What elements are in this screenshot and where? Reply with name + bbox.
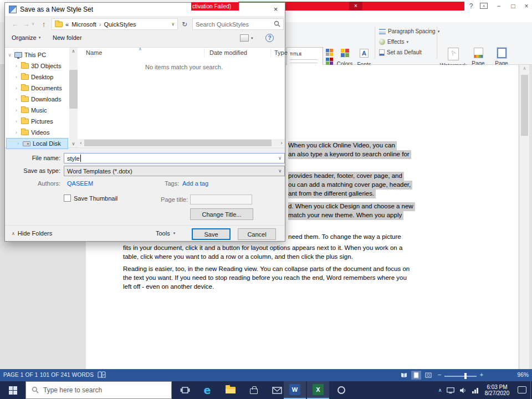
- file-name-input[interactable]: style ∨: [64, 153, 285, 163]
- cancel-button[interactable]: Cancel: [238, 228, 276, 240]
- action-center-icon[interactable]: [518, 386, 526, 393]
- change-view-button[interactable]: ▾: [240, 34, 253, 42]
- expander-icon[interactable]: ›: [14, 130, 19, 135]
- up-button[interactable]: ↑: [38, 19, 49, 30]
- zoom-slider-thumb[interactable]: [464, 373, 467, 379]
- zoom-level[interactable]: 96%: [511, 372, 529, 378]
- read-mode-button[interactable]: [399, 371, 409, 380]
- tray-network-icon[interactable]: [470, 381, 480, 399]
- expander-icon[interactable]: ›: [16, 141, 21, 146]
- tray-volume-icon[interactable]: [458, 381, 468, 399]
- zoom-slider-track[interactable]: [444, 376, 477, 377]
- column-header-type[interactable]: Type: [274, 49, 288, 56]
- history-dropdown-icon[interactable]: ∨: [32, 22, 34, 26]
- save-thumbnail-checkbox[interactable]: [64, 195, 71, 202]
- save-button[interactable]: Save: [192, 228, 231, 240]
- tray-display-icon[interactable]: [446, 381, 456, 399]
- file-name-dropdown-icon[interactable]: ∨: [278, 156, 282, 161]
- search-box[interactable]: Search QuickStyles: [192, 18, 284, 30]
- tray-show-hidden-icons[interactable]: ∧: [436, 381, 444, 399]
- sidebar-item-pictures[interactable]: › Pictures: [5, 116, 69, 127]
- change-title-button[interactable]: Change Title...: [190, 208, 253, 220]
- expander-icon[interactable]: ›: [14, 74, 19, 80]
- word-maximize-button[interactable]: □: [508, 2, 519, 11]
- banner-close-button[interactable]: ×: [349, 2, 362, 11]
- sidebar-item-music[interactable]: › Music: [5, 105, 69, 116]
- web-layout-button[interactable]: [423, 371, 433, 380]
- sidebar-item-local-disk[interactable]: › Local Disk: [6, 138, 68, 149]
- taskbar-edge-button[interactable]: e: [196, 381, 218, 399]
- status-word-count[interactable]: 101 OF 241 WORDS: [40, 372, 94, 378]
- scroll-left-icon[interactable]: ‹: [78, 139, 84, 147]
- scrollbar-thumb[interactable]: [69, 70, 78, 109]
- effects-button[interactable]: Effects ▾: [379, 37, 439, 47]
- task-view-button[interactable]: [174, 381, 196, 399]
- breadcrumb[interactable]: « Microsoft › QuickStyles ∨: [52, 18, 178, 30]
- search-icon[interactable]: [274, 21, 280, 28]
- sidebar-scrollbar[interactable]: ∧ ∨: [69, 48, 78, 147]
- organize-button[interactable]: Organize ▾: [12, 34, 40, 41]
- expander-icon[interactable]: ∨: [7, 52, 12, 58]
- taskbar-app-button[interactable]: [330, 381, 352, 399]
- sidebar-item-3d-objects[interactable]: › 3D Objects: [5, 60, 69, 71]
- ribbon-display-options-icon[interactable]: ∧: [480, 3, 488, 9]
- taskbar-word-button[interactable]: W: [284, 381, 306, 399]
- column-header-date-modified[interactable]: Date modified: [209, 49, 247, 56]
- hide-folders-button[interactable]: ∧ Hide Folders: [12, 230, 52, 237]
- dialog-close-button[interactable]: ×: [267, 3, 285, 16]
- page-title-input[interactable]: [190, 195, 252, 204]
- breadcrumb-item-quickstyles[interactable]: QuickStyles: [104, 21, 136, 28]
- forward-button[interactable]: →: [21, 19, 32, 30]
- scroll-right-icon[interactable]: ›: [278, 139, 285, 147]
- scrollbar-thumb[interactable]: [84, 140, 272, 146]
- proofing-status-icon[interactable]: [98, 371, 106, 380]
- print-layout-button[interactable]: [411, 371, 421, 380]
- taskbar-clock[interactable]: 6:03 PM 8/27/2020: [481, 384, 513, 396]
- expander-icon[interactable]: ›: [14, 96, 19, 102]
- scroll-up-icon[interactable]: ∧: [520, 65, 529, 73]
- save-as-type-select[interactable]: Word Templates (*.dotx) ∨: [64, 166, 285, 176]
- breadcrumb-item-microsoft[interactable]: Microsoft: [71, 21, 96, 28]
- breadcrumb-dropdown-icon[interactable]: ∨: [171, 22, 175, 27]
- taskbar-search-box[interactable]: Type here to search: [25, 381, 172, 399]
- save-as-type-dropdown-icon[interactable]: ∨: [278, 168, 282, 173]
- breadcrumb-overflow-icon[interactable]: «: [65, 21, 69, 28]
- status-page-info[interactable]: PAGE 1 OF 1: [3, 372, 38, 378]
- zoom-in-button[interactable]: +: [478, 371, 485, 378]
- theme-palette-icon[interactable]: [326, 58, 333, 65]
- expander-icon[interactable]: ›: [14, 108, 19, 113]
- word-help-icon[interactable]: ?: [466, 2, 477, 11]
- expander-icon[interactable]: ›: [14, 119, 19, 124]
- start-button[interactable]: [0, 381, 25, 399]
- refresh-button[interactable]: ↻: [179, 19, 190, 30]
- expander-icon[interactable]: ›: [14, 63, 19, 69]
- list-horizontal-scrollbar[interactable]: ‹ ›: [78, 139, 285, 147]
- paragraph-spacing-button[interactable]: Paragraph Spacing ▾: [379, 26, 439, 37]
- authors-value-link[interactable]: QASEEM: [67, 180, 93, 187]
- sidebar-item-downloads[interactable]: › Downloads: [5, 94, 69, 105]
- scrollbar-thumb[interactable]: [521, 75, 528, 136]
- new-folder-button[interactable]: New folder: [53, 34, 82, 41]
- taskbar-file-explorer-button[interactable]: [219, 381, 242, 399]
- theme-palette-icon[interactable]: [326, 49, 333, 56]
- document-scrollbar[interactable]: ∧: [520, 65, 529, 369]
- column-separator[interactable]: [204, 48, 204, 57]
- scroll-up-icon[interactable]: ∧: [69, 48, 78, 55]
- scroll-down-icon[interactable]: ∨: [69, 140, 78, 147]
- dialog-help-icon[interactable]: ?: [265, 34, 274, 42]
- expander-icon[interactable]: ›: [14, 85, 19, 91]
- sidebar-item-this-pc[interactable]: ∨ This PC: [5, 49, 69, 60]
- column-header-name[interactable]: Name: [86, 49, 102, 56]
- column-separator[interactable]: [270, 48, 271, 57]
- taskbar-store-button[interactable]: [243, 381, 265, 399]
- zoom-out-button[interactable]: −: [436, 371, 443, 378]
- word-close-button[interactable]: ×: [521, 2, 532, 11]
- tools-button[interactable]: Tools ▾: [156, 230, 175, 237]
- back-button[interactable]: ←: [9, 19, 21, 30]
- sidebar-item-desktop[interactable]: › Desktop: [5, 71, 69, 83]
- add-tag-link[interactable]: Add a tag: [182, 180, 208, 187]
- sidebar-item-videos[interactable]: › Videos: [5, 127, 69, 138]
- word-minimize-button[interactable]: −: [493, 2, 504, 11]
- taskbar-excel-button[interactable]: X: [307, 381, 329, 399]
- sidebar-item-documents[interactable]: › Documents: [5, 83, 69, 94]
